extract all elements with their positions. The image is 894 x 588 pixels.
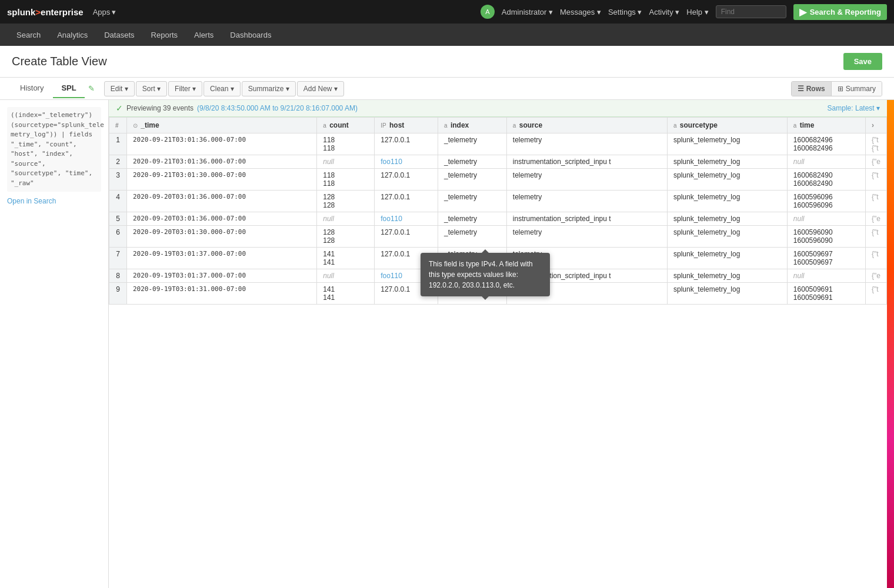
second-nav: Search Analytics Datasets Reports Alerts… [0,24,894,46]
nav-search[interactable]: Search [9,26,48,44]
splunk-logo: splunk>enterprise [7,7,84,17]
col-header-source[interactable]: a source [506,118,667,133]
cell-index: _telemetry [438,133,507,155]
search-reporting-btn[interactable]: ▶ Search & Reporting [793,4,887,20]
preview-bar: ✓ Previewing 39 events (9/8/20 8:43:50.0… [109,100,887,117]
cell-count: 128128 [317,191,375,212]
preview-check-icon: ✓ [116,103,123,113]
view-toggle: ☰ Rows ⊞ Summary [791,81,882,96]
col-header-more[interactable]: › [866,118,887,133]
cell-count: 118118 [317,133,375,155]
filter-btn[interactable]: Filter ▾ [168,81,202,96]
clean-btn[interactable]: Clean ▾ [204,81,241,96]
col-header-index[interactable]: a index [438,118,507,133]
cell-host[interactable]: foo110 [375,155,438,169]
tab-spl[interactable]: SPL [53,79,84,98]
cell-index: _telemetry [438,169,507,191]
cell-time: 2020-09-19T03:01:37.000-07:00 [127,269,317,283]
nav-analytics[interactable]: Analytics [50,26,95,44]
messages-menu[interactable]: Messages ▾ [560,8,601,16]
activity-menu[interactable]: Activity ▾ [649,8,679,16]
sort-btn[interactable]: Sort ▾ [136,81,167,96]
col-header-host[interactable]: IP host [375,118,438,133]
cell-time2: 16005096971600509697 [787,248,865,269]
cell-raw: {"t [866,191,887,212]
cell-host: 127.0.0.1 [375,226,438,248]
sample-label: Sample: Latest ▾ [828,104,880,112]
rows-view-btn[interactable]: ☰ Rows [792,82,832,96]
preview-date-range[interactable]: (9/8/20 8:43:50.000 AM to 9/21/20 8:16:0… [197,104,358,112]
apps-menu[interactable]: Apps ▾ [93,8,116,16]
col-header-time2[interactable]: a time [787,118,865,133]
nav-datasets[interactable]: Datasets [97,26,141,44]
cell-count: 141141 [317,248,375,269]
cell-index: _telemetry [438,226,507,248]
table-area: ✓ Previewing 39 events (9/8/20 8:43:50.0… [109,100,887,588]
settings-menu[interactable]: Settings ▾ [608,8,642,16]
cell-sourcetype: splunk_telemetry_log [667,212,787,226]
sidebar: ((index="_telemetry") (sourcetype="splun… [0,100,109,588]
page-header: Create Table View Save [0,46,894,78]
cell-sourcetype: splunk_telemetry_log [667,191,787,212]
host-type-tooltip: This field is type IPv4. A field with th… [421,253,550,296]
row-number: 9 [109,283,127,305]
nav-reports[interactable]: Reports [144,26,185,44]
host-type-icon: IP [381,122,386,129]
summarize-btn[interactable]: Summarize ▾ [242,81,296,96]
col-header-time[interactable]: ⊙ _time [127,118,317,133]
cell-source: telemetry [506,191,667,212]
cell-sourcetype: splunk_telemetry_log [667,169,787,191]
cell-time: 2020-09-21T03:01:36.000-07:00 [127,133,317,155]
time2-type-icon: a [793,122,797,129]
open-in-search-link[interactable]: Open in Search [7,197,56,205]
table-row: 22020-09-21T03:01:36.000-07:00nullfoo110… [109,155,887,169]
cell-sourcetype: splunk_telemetry_log [667,248,787,269]
cell-count: null [317,212,375,226]
nav-dashboards[interactable]: Dashboards [223,26,278,44]
cell-time2: 16006824961600682496 [787,133,865,155]
row-number: 3 [109,169,127,191]
col-header-count[interactable]: a count [317,118,375,133]
search-icon: ▶ [799,6,806,18]
help-menu[interactable]: Help ▾ [686,8,708,16]
cell-sourcetype: splunk_telemetry_log [667,269,787,283]
table-row: 12020-09-21T03:01:36.000-07:00118118127.… [109,133,887,155]
col-header-sourcetype[interactable]: a sourcetype [667,118,787,133]
cell-source: telemetry [506,169,667,191]
cell-count: 141141 [317,283,375,305]
toolbar-right: ☰ Rows ⊞ Summary [791,81,882,96]
cell-time: 2020-09-19T03:01:37.000-07:00 [127,248,317,269]
cell-raw: {"e [866,269,887,283]
cell-host: 127.0.0.1 [375,133,438,155]
row-number: 7 [109,248,127,269]
tab-history[interactable]: History [12,79,52,98]
summary-view-btn[interactable]: ⊞ Summary [832,82,882,96]
cell-source: telemetry [506,226,667,248]
table-row: 42020-09-20T03:01:36.000-07:00128128127.… [109,191,887,212]
edit-btn[interactable]: Edit ▾ [104,81,135,96]
find-input[interactable] [716,5,786,18]
cell-sourcetype: splunk_telemetry_log [667,226,787,248]
cell-sourcetype: splunk_telemetry_log [667,133,787,155]
add-new-btn[interactable]: Add New ▾ [297,81,344,96]
cell-count: null [317,269,375,283]
cell-host[interactable]: foo110 [375,212,438,226]
edit-icon: ✎ [88,84,95,93]
cell-time2: 16005960961600596096 [787,191,865,212]
administrator-menu[interactable]: Administrator ▾ [502,8,553,16]
cell-source: instrumentation_scripted_inpu t [506,212,667,226]
cell-index: _telemetry [438,155,507,169]
cell-host: 127.0.0.1 [375,191,438,212]
count-type-icon: a [323,122,326,129]
table-row: 32020-09-21T03:01:30.000-07:00118118127.… [109,169,887,191]
sample-link[interactable]: Sample: Latest ▾ [828,104,880,112]
nav-alerts[interactable]: Alerts [187,26,221,44]
save-button[interactable]: Save [843,53,882,70]
row-number: 6 [109,226,127,248]
cell-raw: {"e [866,212,887,226]
cell-time: 2020-09-19T03:01:31.000-07:00 [127,283,317,305]
cell-raw: {"e [866,155,887,169]
admin-avatar: A [481,5,495,19]
row-number: 4 [109,191,127,212]
cell-time2: 16006824901600682490 [787,169,865,191]
